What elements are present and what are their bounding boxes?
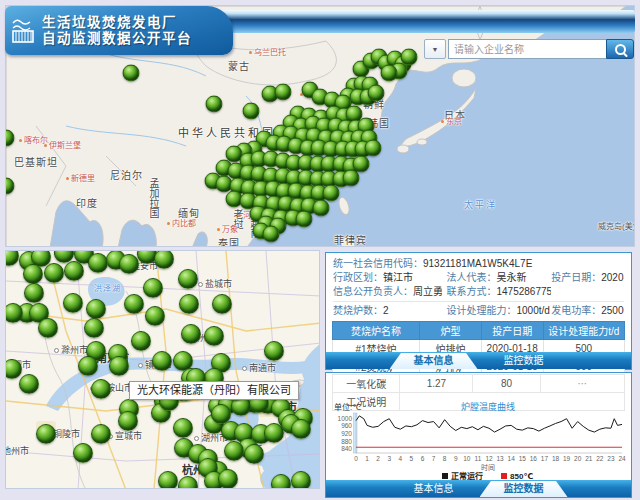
svg-text:5: 5: [410, 455, 414, 462]
plant-marker[interactable]: [78, 356, 98, 376]
monitor-table-row: 一氧化碳1.2780⋯: [333, 375, 625, 393]
svg-text:时间: 时间: [481, 463, 495, 472]
plant-marker[interactable]: [88, 253, 108, 273]
plant-marker[interactable]: [291, 471, 311, 489]
svg-text:1: 1: [365, 455, 369, 462]
plant-marker[interactable]: [63, 293, 83, 313]
tab-basic-info[interactable]: 基本信息: [390, 353, 478, 369]
svg-text:22: 22: [596, 455, 604, 462]
map-label: 洪泽湖: [94, 282, 121, 293]
plant-marker[interactable]: [179, 294, 199, 314]
map-label: 泰国: [218, 235, 240, 247]
plant-marker[interactable]: [124, 294, 144, 314]
plant-marker[interactable]: [23, 264, 43, 284]
plant-marker[interactable]: [244, 444, 264, 464]
monitor-panel: 一氧化碳1.2780⋯工况说明 单位:℃炉膛温度曲线84088092096010…: [325, 372, 632, 498]
plant-marker[interactable]: [109, 356, 129, 376]
plant-marker[interactable]: [38, 318, 58, 338]
search-input[interactable]: [448, 39, 606, 59]
svg-text:7: 7: [432, 455, 436, 462]
plant-marker[interactable]: [323, 185, 340, 202]
plant-marker[interactable]: [218, 469, 238, 489]
plant-marker[interactable]: [381, 65, 398, 82]
platform-logo-icon: [11, 16, 37, 46]
tab-basic-info[interactable]: 基本信息: [390, 481, 478, 497]
plant-marker[interactable]: [296, 211, 313, 228]
credit-code-row: 统一社会信用代码： 91321181MA1W5K4L7E: [333, 257, 624, 271]
monitor-panel-tabs: 基本信息监控数据: [326, 480, 631, 497]
tab-monitor-data[interactable]: 监控数据: [480, 353, 568, 369]
furnace-table-header: 炉型: [420, 322, 482, 340]
page-title: 生活垃圾焚烧发电厂 自动监测数据公开平台: [42, 15, 192, 47]
plant-marker[interactable]: [343, 170, 360, 187]
plant-marker[interactable]: [206, 96, 223, 113]
plant-marker[interactable]: [145, 306, 165, 326]
svg-text:18: 18: [552, 455, 560, 462]
plant-marker[interactable]: [368, 85, 385, 102]
plant-marker[interactable]: [36, 424, 56, 444]
furnace-table-header: 焚烧炉名称: [333, 322, 420, 340]
detail-map[interactable]: 淮安市洪泽湖盐城市泰州市滁州市南京市镇江市常州市南通市合肥市马鞍山市上海市铜陵市…: [5, 250, 320, 489]
company-info-panel: 统一社会信用代码： 91321181MA1W5K4L7E 行政区划：镇江市法人代…: [325, 252, 632, 370]
plant-marker[interactable]: [313, 200, 330, 217]
plant-name-tooltip[interactable]: 光大环保能源（丹阳）有限公司: [129, 381, 299, 400]
plant-marker[interactable]: [264, 341, 284, 361]
plant-marker[interactable]: [119, 254, 139, 274]
plant-marker[interactable]: [243, 103, 260, 120]
svg-text:13: 13: [496, 455, 504, 462]
search-dropdown-button[interactable]: ▼: [424, 39, 446, 59]
map-label: 盐城市: [198, 277, 232, 290]
plant-marker[interactable]: [178, 476, 198, 489]
svg-text:880: 880: [341, 438, 352, 445]
plant-marker[interactable]: [365, 140, 382, 157]
plant-marker[interactable]: [158, 471, 178, 489]
plant-marker[interactable]: [44, 263, 64, 283]
credit-code-value: 91321181MA1W5K4L7E: [423, 257, 532, 271]
svg-text:8: 8: [443, 455, 447, 462]
plant-marker[interactable]: [143, 278, 163, 298]
plant-marker[interactable]: [152, 351, 172, 371]
search-button[interactable]: [606, 39, 634, 59]
plant-marker[interactable]: [263, 226, 280, 243]
plant-marker[interactable]: [173, 418, 193, 438]
svg-text:炉膛温度曲线: 炉膛温度曲线: [461, 401, 515, 412]
svg-text:3: 3: [387, 455, 391, 462]
map-label: 伊斯兰堡: [44, 139, 81, 150]
plant-marker[interactable]: [131, 331, 151, 351]
furnace-table-header: 投产日期: [481, 322, 543, 340]
plant-marker[interactable]: [271, 474, 291, 489]
plant-marker[interactable]: [24, 283, 44, 303]
furnace-table-header: 设计处理能力t/d: [543, 322, 624, 340]
svg-text:16: 16: [530, 455, 538, 462]
plant-marker[interactable]: [291, 419, 311, 439]
svg-text:20: 20: [574, 455, 582, 462]
map-label: 巴基斯坦: [14, 154, 58, 169]
plant-marker[interactable]: [154, 250, 174, 269]
map-label: 印度: [76, 195, 98, 210]
svg-text:15: 15: [519, 455, 527, 462]
map-label: 菲律宾: [334, 232, 367, 247]
map-label: 东京: [441, 115, 462, 126]
plant-marker[interactable]: [204, 326, 224, 346]
plant-marker[interactable]: [275, 84, 292, 101]
svg-text:1000: 1000: [338, 415, 353, 422]
plant-marker[interactable]: [86, 299, 106, 319]
map-label: 威克岛(美): [598, 220, 635, 231]
svg-text:24: 24: [618, 455, 626, 462]
plant-marker[interactable]: [91, 379, 111, 399]
plant-marker[interactable]: [212, 294, 232, 314]
tab-monitor-data[interactable]: 监控数据: [480, 481, 568, 497]
plant-marker[interactable]: [123, 65, 140, 82]
plant-marker[interactable]: [224, 441, 244, 461]
plant-marker[interactable]: [73, 443, 93, 463]
svg-text:12: 12: [485, 455, 493, 462]
svg-text:21: 21: [585, 455, 593, 462]
plant-marker[interactable]: [181, 324, 201, 344]
plant-marker[interactable]: [84, 318, 104, 338]
plant-marker[interactable]: [19, 374, 39, 394]
plant-marker[interactable]: [91, 424, 111, 444]
plant-marker[interactable]: [118, 411, 138, 431]
plant-marker[interactable]: [178, 269, 198, 289]
plant-marker[interactable]: [64, 261, 84, 281]
map-label: 尼泊尔: [110, 167, 143, 182]
